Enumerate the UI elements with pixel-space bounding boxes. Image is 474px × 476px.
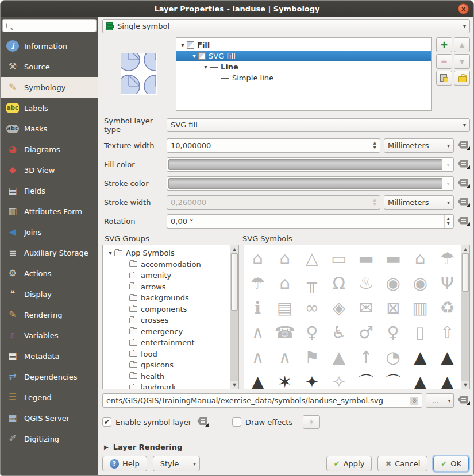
svg-symbol-tripod[interactable]: ∧ (252, 324, 264, 341)
scroll-up-icon[interactable]: ▲ (461, 245, 469, 253)
svg-symbol-curved-arrow-2[interactable]: ⌒ (385, 374, 402, 389)
svg-symbol-compass-small[interactable]: ✧ (332, 374, 346, 389)
sidebar-item-variables[interactable]: εVariables (1, 325, 98, 346)
svg-symbol-womens-wc[interactable]: ♀ (387, 324, 399, 341)
cancel-button[interactable]: ✖ Cancel (377, 456, 427, 471)
symbol-layer-tree[interactable]: ▾Fill▾SVG fill▾LineSimple line (176, 37, 432, 111)
sidebar-item-information[interactable]: iInformation (1, 36, 98, 56)
data-defined-override-button[interactable] (458, 179, 470, 188)
data-defined-override-button[interactable] (458, 160, 470, 169)
svg-groups-scrollbar[interactable]: ▲ ▼ (230, 245, 238, 389)
svg-symbol-litter-bin[interactable]: ▯ (415, 324, 425, 341)
sidebar-item-attributes-form[interactable]: ▥Attributes Form (1, 201, 98, 222)
sidebar-item-rendering[interactable]: ✎Rendering (1, 304, 98, 325)
svg-symbol-bed-and-breakfast[interactable]: ⌂ (279, 250, 290, 267)
apply-button[interactable]: ✔ Apply (326, 456, 372, 471)
svg-symbol-shelter[interactable]: ⌂ (252, 250, 263, 267)
browse-button[interactable]: ... (426, 393, 445, 408)
fill-color-button[interactable]: ▾ (167, 157, 454, 172)
svg-group-food[interactable]: food (103, 349, 230, 360)
svg-symbol-four-point-star[interactable]: ✦ (305, 374, 319, 389)
svg-symbol-camping-tent[interactable]: △ (306, 250, 318, 267)
svg-symbol-clock[interactable]: ◔ (386, 349, 400, 366)
svg-symbol-library-book[interactable]: ▤ (277, 300, 292, 316)
symbol-tree-item-svg-fill[interactable]: ▾SVG fill (176, 51, 431, 61)
sidebar-item-metadata[interactable]: ▤Metadata (1, 346, 98, 366)
svg-symbol-toilets[interactable]: ♀ (306, 324, 318, 341)
svg-group-health[interactable]: health (103, 371, 230, 382)
lock-colors-button[interactable] (454, 71, 470, 86)
data-defined-override-button[interactable] (197, 417, 209, 427)
svg-symbol-compass-rose[interactable]: ✶ (278, 374, 292, 389)
svg-group-amenity[interactable]: amenity (103, 270, 230, 281)
svg-symbols-grid[interactable]: ⌂⌂△▭▬▬⌂☂☂⌂╥Ω♨◉◉Ψℹ▤∞◈✉⊠▥♻∧☎♀♿♂♀▯⇧∧∧⚑▲↑◔▲▲… (244, 245, 461, 389)
scroll-up-icon[interactable]: ▲ (230, 245, 238, 253)
sidebar-item-joins[interactable]: ◀Joins (1, 222, 98, 242)
svg-symbol-north-arrow[interactable]: ▲ (333, 349, 345, 366)
svg-symbol-scales-of-justice[interactable]: Ω (333, 275, 345, 292)
svg-symbol-arrowhead[interactable]: ∧ (252, 349, 264, 366)
svg-symbol-telephone[interactable]: ☎ (275, 324, 295, 341)
svg-symbol-house[interactable]: ⌂ (415, 250, 425, 267)
svg-symbol-mens-wc[interactable]: ♂ (359, 324, 373, 341)
svg-symbol-north-arrow-bold-2[interactable]: ▲ (441, 374, 453, 389)
stroke-width-input[interactable]: 0,260000 ▲▼ (167, 195, 380, 210)
expand-caret-icon[interactable]: ▾ (202, 64, 210, 70)
data-defined-override-button[interactable] (458, 141, 470, 150)
stroke-width-unit-select[interactable]: Millimeters ▾ (384, 195, 454, 210)
sidebar-item-legend[interactable]: ☰Legend (1, 387, 98, 408)
svg-symbol-ornate-north-arrow-2[interactable]: ▲ (414, 374, 426, 389)
sidebar-item-3d-view[interactable]: ◆3D View (1, 160, 98, 180)
svg-symbol-flag-arrow[interactable]: ⚑ (305, 349, 319, 366)
data-defined-override-button[interactable] (458, 198, 470, 207)
sidebar-item-fields[interactable]: ▤Fields (1, 180, 98, 201)
help-button[interactable]: ? Help (102, 456, 147, 471)
move-down-button[interactable]: ▼ (454, 54, 470, 69)
svg-symbol-thin-arrow[interactable]: ↑ (359, 349, 373, 366)
layer-rendering-section[interactable]: ▶ Layer Rendering (102, 438, 470, 455)
svg-symbol-bed[interactable]: ▬ (385, 250, 400, 267)
enable-symbol-layer-checkbox[interactable]: ✔ (102, 417, 111, 427)
svg-group-landmark[interactable]: landmark (103, 382, 230, 389)
spinner-control[interactable]: ▲▼ (371, 139, 376, 152)
browse-dropdown-button[interactable]: ▾ (445, 393, 454, 408)
svg-group-entertainment[interactable]: entertainment (103, 337, 230, 349)
sidebar-item-symbology[interactable]: ✎Symbology (1, 77, 98, 98)
move-up-button[interactable]: ▲ (454, 37, 470, 52)
expand-caret-icon[interactable]: ▾ (106, 250, 114, 256)
svg-symbol-fire-badge-2[interactable]: ◉ (413, 275, 427, 292)
sidebar-item-source[interactable]: ⚒Source (1, 56, 98, 77)
svg-symbol-hotel[interactable]: ▬ (358, 250, 373, 267)
svg-symbol-wheelchair-wc[interactable]: ♿ (332, 324, 346, 341)
svg-symbol-covered-shelter[interactable]: ☂ (440, 250, 454, 267)
stroke-color-button[interactable]: ▾ (167, 176, 454, 191)
search-input[interactable] (10, 22, 99, 30)
svg-symbol-ornate-north-arrow[interactable]: ▲ (414, 349, 426, 366)
svg-symbol-fire-badge[interactable]: ◉ (386, 275, 400, 292)
svg-symbols-scrollbar[interactable]: ▲ ▼ (461, 245, 469, 389)
sidebar-item-display[interactable]: ❝Display (1, 284, 98, 304)
close-icon[interactable]: x (458, 3, 469, 14)
svg-symbol-hut[interactable]: ⌂ (279, 275, 290, 292)
draw-effects-checkbox[interactable] (232, 417, 241, 427)
data-defined-override-button[interactable] (458, 396, 470, 405)
svg-group-crosses[interactable]: crosses (103, 315, 230, 326)
svg-symbol-handcuffs[interactable]: ∞ (305, 300, 319, 316)
svg-symbol-fire[interactable]: ♨ (359, 275, 373, 292)
expand-caret-icon[interactable]: ▾ (179, 42, 187, 48)
svg-symbol-mail-envelope[interactable]: ✉ (359, 300, 373, 316)
symbol-tree-item-fill[interactable]: ▾Fill (176, 40, 431, 51)
svg-group-gpsicons[interactable]: gpsicons (103, 359, 230, 371)
effects-options-button[interactable]: ✶ (303, 415, 320, 429)
sidebar-item-auxiliary-storage[interactable]: ≣Auxiliary Storage (1, 242, 98, 263)
clear-icon[interactable]: ⊗ (410, 397, 418, 405)
chevron-down-icon[interactable]: ▾ (444, 178, 452, 189)
scroll-down-icon[interactable]: ▼ (461, 381, 469, 389)
svg-groups-tree[interactable]: ▾App Symbolsaccommodationamenityarrowsba… (103, 245, 230, 389)
sidebar-item-masks[interactable]: abcMasks (1, 118, 98, 139)
svg-symbol-north-arrow-n[interactable]: ▲ (251, 374, 264, 389)
svg-group-app-symbols[interactable]: ▾App Symbols (103, 247, 230, 259)
expand-caret-icon[interactable]: ▾ (190, 53, 198, 59)
svg-group-arrows[interactable]: arrows (103, 281, 230, 293)
svg-symbol-arrow-up[interactable]: ⇧ (440, 324, 454, 341)
